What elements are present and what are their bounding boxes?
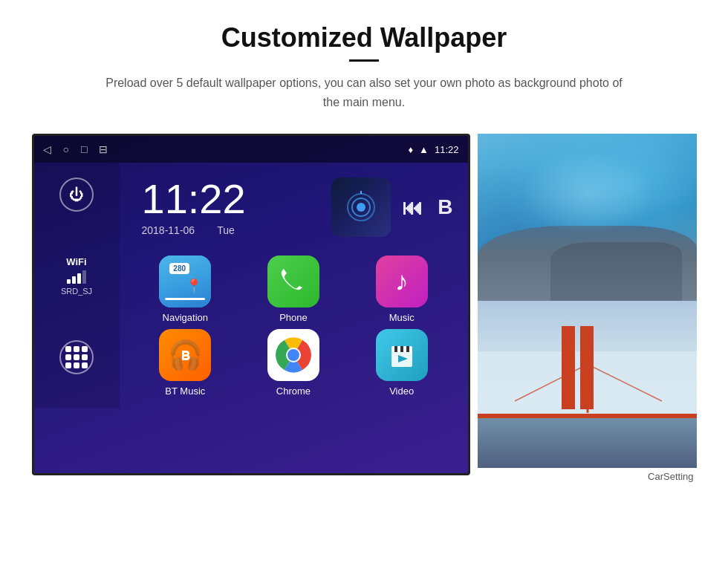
- radio-widget[interactable]: [331, 178, 391, 237]
- music-label: Music: [389, 312, 415, 323]
- svg-rect-10: [400, 346, 403, 352]
- app-grid: 280 📍 Navigation Phone: [127, 252, 461, 400]
- svg-rect-9: [394, 346, 397, 352]
- wallpaper-ice-bg: [478, 134, 697, 301]
- wifi-ssid: SRD_SJ: [61, 287, 92, 296]
- dot: [74, 346, 79, 352]
- media-controls: ⏮ B: [402, 195, 452, 220]
- home-icon[interactable]: ○: [63, 143, 69, 155]
- wallpaper-ice-wrap[interactable]: [478, 134, 697, 301]
- dot: [65, 362, 71, 368]
- app-btmusic[interactable]: 🎧 ʙ BT Music: [134, 329, 237, 397]
- svg-rect-11: [406, 346, 409, 352]
- phone-label: Phone: [279, 312, 308, 323]
- wifi-bar-4: [82, 270, 86, 284]
- btmusic-icon: 🎧 ʙ: [159, 329, 211, 381]
- app-phone[interactable]: Phone: [242, 256, 345, 323]
- app-chrome[interactable]: Chrome: [242, 329, 345, 397]
- wallpaper-bridge-bg: [478, 301, 697, 468]
- music-note-icon: ♪: [395, 266, 409, 297]
- status-time: 11:22: [435, 144, 459, 155]
- grid-dots: [65, 346, 88, 368]
- app-navigation[interactable]: 280 📍 Navigation: [134, 256, 237, 323]
- clock-date: 2018-11-06 Tue: [142, 224, 321, 236]
- bridge-cables-svg: [478, 301, 697, 468]
- dot: [82, 346, 88, 352]
- btmusic-inner: 🎧 ʙ: [159, 329, 211, 381]
- music-icon: ♪: [376, 256, 428, 307]
- clapperboard-svg: [386, 339, 418, 371]
- dot: [82, 354, 88, 360]
- wifi-status-icon: ▲: [419, 144, 429, 155]
- video-icon: [376, 329, 428, 381]
- android-screen: ◁ ○ □ ⊟ ♦ ▲ 11:22 ⏻ WiFi: [32, 134, 470, 475]
- wallpaper-thumbnails: CarSetting: [478, 134, 697, 485]
- video-label: Video: [389, 385, 414, 397]
- clock-section: 11:22 2018-11-06 Tue: [127, 170, 461, 244]
- screen-content: ⏻ WiFi SRD_SJ: [34, 163, 468, 408]
- svg-line-13: [515, 365, 588, 402]
- wallpaper-bridge-wrap[interactable]: CarSetting: [478, 301, 697, 485]
- wallpaper-ice-thumb: [478, 134, 697, 301]
- back-icon[interactable]: ◁: [43, 143, 51, 155]
- dot: [65, 354, 71, 360]
- app-music[interactable]: ♪ Music: [351, 256, 453, 323]
- clock-block: 11:22 2018-11-06 Tue: [142, 178, 321, 236]
- navigation-icon: 280 📍: [159, 256, 211, 307]
- bluetooth-symbol: ʙ: [181, 345, 190, 365]
- phone-svg: [279, 267, 308, 296]
- chrome-svg: [274, 336, 313, 374]
- wallpaper-bridge-thumb: [478, 301, 697, 468]
- page-title: Customized Wallpaper: [221, 22, 507, 53]
- recents-icon[interactable]: □: [81, 143, 87, 155]
- day-value: Tue: [217, 224, 235, 236]
- chrome-label: Chrome: [276, 385, 311, 397]
- status-right: ♦ ▲ 11:22: [408, 144, 458, 155]
- clock-time: 11:22: [142, 178, 321, 220]
- title-divider: [349, 59, 379, 62]
- wifi-label: WiFi: [61, 256, 92, 267]
- dot: [65, 346, 71, 352]
- dot: [82, 362, 88, 368]
- navigation-label: Navigation: [163, 312, 208, 323]
- main-content: 11:22 2018-11-06 Tue: [120, 163, 468, 408]
- wifi-bar-2: [72, 276, 76, 284]
- media-b-label[interactable]: B: [438, 195, 452, 220]
- wifi-bars: [61, 270, 92, 284]
- radio-icon: [345, 191, 377, 224]
- wifi-widget: WiFi SRD_SJ: [61, 256, 92, 296]
- svg-point-6: [287, 349, 299, 361]
- btmusic-label: BT Music: [165, 385, 205, 397]
- location-icon: ♦: [408, 144, 413, 155]
- phone-icon: [267, 256, 319, 307]
- wifi-bar-1: [67, 279, 71, 284]
- status-left: ◁ ○ □ ⊟: [43, 143, 108, 155]
- page-subtitle: Preload over 5 default wallpaper options…: [104, 74, 624, 111]
- nav-pin-icon: 📍: [186, 278, 202, 294]
- dot: [74, 354, 79, 360]
- power-button[interactable]: ⏻: [59, 178, 94, 212]
- date-value: 2018-11-06: [142, 224, 195, 236]
- carsetting-label: CarSetting: [645, 468, 696, 485]
- nav-road: [165, 298, 205, 300]
- screenshot-icon[interactable]: ⊟: [99, 143, 108, 155]
- chrome-icon: [267, 329, 319, 381]
- app-video[interactable]: Video: [351, 329, 453, 397]
- dot: [74, 362, 79, 368]
- ice-glow: [521, 151, 653, 235]
- status-bar: ◁ ○ □ ⊟ ♦ ▲ 11:22: [34, 136, 468, 163]
- apps-grid-button[interactable]: [59, 340, 94, 374]
- left-sidebar: ⏻ WiFi SRD_SJ: [34, 163, 120, 408]
- svg-point-2: [357, 203, 365, 212]
- device-area: ◁ ○ □ ⊟ ♦ ▲ 11:22 ⏻ WiFi: [45, 134, 683, 485]
- prev-track-icon[interactable]: ⏮: [402, 195, 423, 220]
- ice-rock2: [550, 242, 682, 301]
- wifi-bar-3: [77, 273, 81, 284]
- svg-line-14: [588, 365, 662, 402]
- nav-shield-label: 280: [169, 263, 189, 274]
